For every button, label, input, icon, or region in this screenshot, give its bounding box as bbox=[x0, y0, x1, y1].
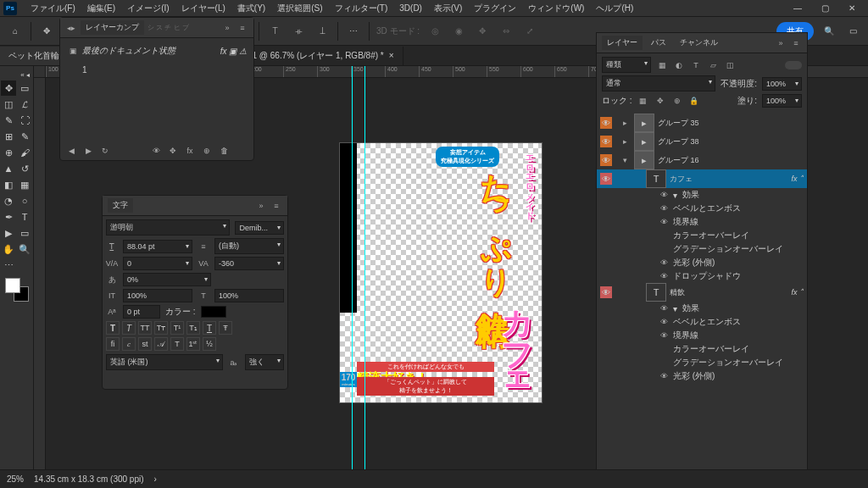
appearance-update-icon[interactable]: fx bbox=[184, 145, 196, 157]
fx-badge[interactable]: fx ˄ bbox=[791, 175, 804, 183]
document-canvas[interactable]: エロエロメイド 妄想アイテム 究極具現化シリーズ たっぷり 精飲 カフェ これを… bbox=[339, 142, 542, 403]
3d-rotate-icon[interactable]: ◎ bbox=[426, 23, 443, 40]
new-comp-icon[interactable]: ⊕ bbox=[201, 145, 213, 157]
layer-row[interactable]: 👁▸▸グループ 38 bbox=[597, 132, 807, 151]
visibility-icon[interactable] bbox=[658, 243, 670, 255]
visibility-update-icon[interactable]: 👁 bbox=[150, 145, 162, 157]
layer-name[interactable]: グループ 38 bbox=[658, 136, 699, 147]
strike-button[interactable]: Ŧ bbox=[219, 321, 232, 335]
vertical-scale-field[interactable]: 100% bbox=[123, 289, 192, 302]
ot-titling-button[interactable]: T bbox=[170, 337, 184, 351]
window-maximize[interactable]: ▢ bbox=[812, 1, 837, 16]
3d-scale-icon[interactable]: ⤢ bbox=[521, 23, 538, 40]
filter-type-dropdown[interactable]: 種類 bbox=[602, 57, 651, 73]
layer-name[interactable]: グループ 35 bbox=[658, 118, 699, 129]
filter-text-icon[interactable]: T bbox=[690, 59, 702, 71]
visibility-icon[interactable]: 👁 bbox=[658, 257, 670, 269]
menu-select[interactable]: 選択範囲(S) bbox=[272, 1, 327, 16]
lock-pixels-icon[interactable]: ▦ bbox=[637, 95, 649, 107]
guide-vertical-1[interactable] bbox=[352, 66, 353, 469]
update-comp-icon[interactable]: ↻ bbox=[99, 145, 111, 157]
zoom-tool[interactable]: 🔍 bbox=[17, 241, 32, 257]
layer-effect-row[interactable]: 👁▾効果 bbox=[597, 188, 807, 202]
layer-thumbnail[interactable]: ▸ bbox=[634, 132, 654, 151]
window-minimize[interactable]: — bbox=[785, 1, 810, 16]
panel-menu-icon[interactable]: ≡ bbox=[270, 200, 282, 212]
blur-tool[interactable]: ◔ bbox=[1, 193, 16, 208]
distribute-icon[interactable]: ⋯ bbox=[345, 23, 362, 40]
ruler-origin[interactable] bbox=[34, 66, 46, 78]
quick-select-tool[interactable]: ✎ bbox=[1, 113, 16, 128]
eyedropper-tool[interactable]: ✎ bbox=[17, 129, 32, 144]
document-dimensions[interactable]: 14.35 cm x 18.3 cm (300 ppi) bbox=[34, 474, 144, 484]
fill-field[interactable]: 100% bbox=[762, 94, 802, 108]
move-tool[interactable]: ✥ bbox=[1, 80, 16, 96]
italic-button[interactable]: T bbox=[122, 321, 136, 335]
visibility-icon[interactable] bbox=[658, 357, 670, 369]
brush-tool[interactable]: 🖌 bbox=[17, 145, 32, 160]
visibility-toggle[interactable]: 👁 bbox=[600, 173, 612, 185]
layer-comps-tab[interactable]: レイヤーカンプ bbox=[81, 20, 144, 35]
baseline-field[interactable]: 0 pt bbox=[123, 305, 160, 319]
language-dropdown[interactable]: 英語 (米国) bbox=[106, 354, 223, 370]
home-icon[interactable]: ⌂ bbox=[7, 23, 24, 40]
ot-fi-button[interactable]: fi bbox=[106, 337, 120, 351]
gradient-tool[interactable]: ▦ bbox=[17, 177, 32, 192]
pen-tool[interactable]: ✒ bbox=[1, 209, 16, 225]
close-icon[interactable]: × bbox=[389, 51, 394, 60]
prev-comp-icon[interactable]: ◀ bbox=[65, 145, 77, 157]
edit-toolbar[interactable]: ⋯ bbox=[1, 258, 16, 273]
layer-effect-row[interactable]: 👁ベベルとエンボス bbox=[597, 315, 807, 329]
stamp-tool[interactable]: ▲ bbox=[1, 161, 16, 176]
antialias-dropdown[interactable]: 強く bbox=[245, 354, 284, 370]
filter-shape-icon[interactable]: ▱ bbox=[707, 59, 719, 71]
layer-row[interactable]: 👁Tカフェfx ˄ bbox=[597, 169, 807, 188]
ot-ordinal-button[interactable]: 1ˢᵗ bbox=[186, 337, 200, 351]
layer-name[interactable]: グループ 16 bbox=[658, 155, 699, 166]
hand-tool[interactable]: ✋ bbox=[1, 241, 16, 257]
horizontal-scale-field[interactable]: 100% bbox=[214, 289, 284, 302]
layer-row[interactable]: 👁T精飲fx ˄ bbox=[597, 283, 807, 302]
panel-dock-icon[interactable]: ◂▸ bbox=[65, 22, 77, 34]
panel-collapse-icon[interactable]: » bbox=[255, 200, 267, 212]
filter-toggle[interactable] bbox=[785, 61, 802, 69]
next-comp-icon[interactable]: ▶ bbox=[82, 145, 94, 157]
visibility-icon[interactable]: 👁 bbox=[658, 330, 670, 341]
bold-button[interactable]: T bbox=[106, 321, 120, 335]
move-tool-icon[interactable]: ✥ bbox=[38, 23, 55, 40]
layer-effect-row[interactable]: 👁光彩 (外側) bbox=[597, 369, 807, 383]
healing-tool[interactable]: ⊕ bbox=[1, 145, 16, 160]
dodge-tool[interactable]: ○ bbox=[17, 193, 32, 208]
layer-effect-row[interactable]: カラーオーバーレイ bbox=[597, 342, 807, 356]
allcaps-button[interactable]: TT bbox=[138, 321, 152, 335]
lock-artboard-icon[interactable]: ⊕ bbox=[671, 95, 683, 107]
font-size-field[interactable]: 88.04 pt bbox=[123, 240, 192, 253]
3d-pan-icon[interactable]: ✥ bbox=[474, 23, 491, 40]
font-family-dropdown[interactable]: 游明朝 bbox=[106, 219, 230, 236]
eraser-tool[interactable]: ◧ bbox=[1, 177, 16, 192]
status-expand-icon[interactable]: › bbox=[154, 474, 157, 484]
channels-tab[interactable]: チャンネル bbox=[675, 36, 723, 50]
lock-all-icon[interactable]: 🔒 bbox=[688, 95, 700, 107]
history-brush-tool[interactable]: ↺ bbox=[17, 161, 32, 176]
menu-edit[interactable]: 編集(E) bbox=[82, 1, 120, 16]
type-tool[interactable]: T bbox=[17, 209, 32, 225]
subscript-button[interactable]: T₁ bbox=[186, 321, 200, 335]
menu-3d[interactable]: 3D(D) bbox=[394, 2, 427, 14]
disclosure-icon[interactable] bbox=[631, 286, 643, 298]
3d-roll-icon[interactable]: ◉ bbox=[450, 23, 467, 40]
layer-thumbnail[interactable]: ▸ bbox=[634, 151, 654, 169]
window-close[interactable]: ✕ bbox=[839, 1, 865, 16]
layer-effect-row[interactable]: 👁▾効果 bbox=[597, 302, 807, 315]
visibility-icon[interactable]: 👁 bbox=[658, 189, 670, 201]
visibility-icon[interactable]: 👁 bbox=[658, 370, 670, 382]
visibility-toggle[interactable]: 👁 bbox=[600, 154, 612, 166]
paths-tab[interactable]: パス bbox=[646, 36, 671, 50]
visibility-toggle[interactable]: 👁 bbox=[600, 117, 612, 129]
superscript-button[interactable]: T¹ bbox=[170, 321, 184, 335]
menu-view[interactable]: 表示(V) bbox=[429, 1, 467, 16]
layer-row[interactable]: 👁▾▸グループ 16 bbox=[597, 151, 807, 169]
smallcaps-button[interactable]: Tᴛ bbox=[154, 321, 168, 335]
menu-image[interactable]: イメージ(I) bbox=[122, 1, 174, 16]
filter-smart-icon[interactable]: ◫ bbox=[724, 59, 736, 71]
